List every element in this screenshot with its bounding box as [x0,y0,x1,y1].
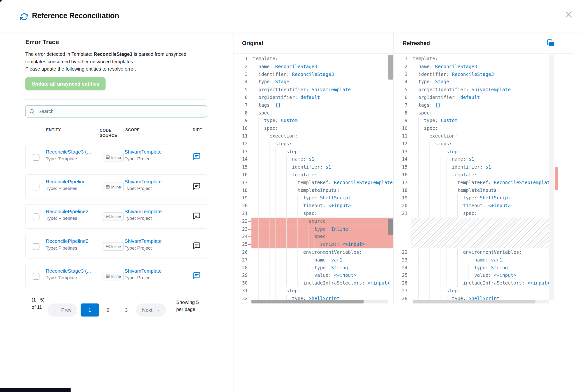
code-source-badge: Inline [103,153,124,161]
entity-link[interactable]: ReconcileStage3 (... [46,268,91,274]
code-line: 23- name: var1 [394,256,558,264]
refreshed-horizontal-scrollbar[interactable] [413,300,536,304]
code-line: 7tags: {} [394,102,558,109]
code-line: 25value: <+input> [394,272,558,280]
search-input[interactable] [37,108,203,114]
row-checkbox[interactable] [33,214,39,220]
code-line: 3identifier: ReconcileStage3 [394,70,558,78]
arrow-right-icon: → [155,307,160,313]
code-line: 8spec: [394,109,558,117]
template-name: ReconcileStage3 [94,52,132,57]
inline-source-icon [105,215,110,219]
code-line: 7tags: {} [234,102,393,109]
scope-type: Type: Project [125,246,162,250]
divider [25,99,206,100]
page-button-3[interactable]: 3 [117,304,135,316]
original-horizontal-scrollbar[interactable] [251,300,364,304]
code-line: 24spec: [234,233,393,241]
entity-link[interactable]: ReconcileStage3 (... [46,149,91,155]
code-line: 13- step: [234,148,393,156]
original-diff-marker [388,218,393,235]
panel-divider [234,32,234,392]
diff-note-icon[interactable] [193,212,201,221]
row-checkbox[interactable] [33,184,39,190]
diff-note-icon[interactable] [193,182,201,191]
next-button[interactable]: Next→ [136,304,166,316]
code-line: 14name: s1 [234,156,393,163]
page-button-1[interactable]: 1 [81,304,99,316]
row-checkbox[interactable] [33,243,39,250]
modal-header: Reference Reconciliation [0,0,583,32]
code-line: 14name: s1 [394,156,558,163]
code-line: 30includeInfraSelectors: <+input> [234,280,393,287]
column-header-scope: SCOPE [125,128,140,132]
search-box [25,105,207,118]
code-line: 27- name: var1 [234,256,393,264]
refreshed-code: 1template:2name: ReconcileStage33identif… [394,55,558,303]
entity-type: Type: Pipelines [46,246,88,250]
code-line: 31- step: [234,287,393,295]
error-trace-heading: Error Trace [25,38,59,46]
entity-link[interactable]: ReconcilePipeline [46,179,86,184]
scope-link[interactable]: ShivamTemplate [125,179,162,184]
code-line: 11execution: [394,132,558,140]
code-line: 22environmentVariables: [394,248,558,256]
diff-note-icon[interactable] [193,272,201,280]
code-line: 25script: <+input> [234,241,393,248]
copy-icon[interactable] [546,38,556,48]
diff-note-icon[interactable] [193,242,201,251]
entity-link[interactable]: ReconcilePipeline5 [46,238,88,244]
entity-type: Type: Template [46,156,91,161]
scope-link[interactable]: ShivamTemplate [125,238,162,244]
code-line: 6orgIdentifier: default [234,94,393,102]
scope-link[interactable]: ShivamTemplate [125,208,162,214]
scope-type: Type: Project [125,275,162,280]
original-code: 1template:2name: ReconcileStage33identif… [234,55,393,303]
code-line: 23type: Inline [234,225,393,233]
code-line: 11execution: [234,132,393,140]
scope-link[interactable]: ShivamTemplate [125,149,162,155]
table-row: ReconcileStage3 (...Type: TemplateInline… [25,144,207,169]
column-header-code-source: CODE SOURCE [100,128,120,138]
diff-note-icon[interactable] [193,152,201,162]
code-line: 16template: [234,171,393,179]
refreshed-scrollbar-track [549,55,554,300]
scope-type: Type: Project [125,156,162,161]
entity-type: Type: Pipelines [46,186,86,191]
page-buttons: 123 [81,304,135,316]
error-trace-description: The error detected in Template: Reconcil… [25,51,193,65]
row-checkbox[interactable] [33,273,39,280]
sync-icon [20,12,28,22]
code-line: 12steps: [234,140,393,148]
code-line: 16template: [394,171,558,179]
update-all-unsynced-button[interactable]: Update all unsynced entities [25,78,106,90]
search-icon [29,108,35,114]
scope-link[interactable]: ShivamTemplate [125,268,162,274]
code-line: 12steps: [394,140,558,148]
code-line: 18templateInputs: [394,186,558,194]
diff-panels-divider [393,32,394,304]
inline-source-icon [105,185,110,189]
code-line: 19type: ShellScript [234,194,393,202]
close-icon[interactable] [564,10,574,20]
page-button-2[interactable]: 2 [99,304,117,316]
code-line: 8spec: [234,109,393,117]
code-line: 27- step: [394,287,558,295]
code-line: 29value: <+input> [234,272,393,280]
code-line: 26includeInfraSelectors: <+input> [394,280,558,287]
original-vertical-scrollbar[interactable] [388,55,393,80]
code-line: 18templateInputs: [234,186,393,194]
prev-button[interactable]: ←Prev [47,304,77,316]
code-line: 26environmentVariables: [234,248,393,256]
code-source-badge: Inline [103,242,124,250]
entity-rows: ReconcileStage3 (...Type: TemplateInline… [25,144,207,293]
reference-reconciliation-modal: Reference Reconciliation Error Trace The… [0,0,583,392]
entity-link[interactable]: ReconcilePipeline2 [46,208,88,214]
entity-type: Type: Pipelines [46,216,88,221]
inline-source-icon [105,244,110,248]
page-title: Reference Reconciliation [32,12,119,20]
row-checkbox[interactable] [33,154,39,161]
code-source-badge: Inline [103,272,124,280]
code-line: 6orgIdentifier: default [394,94,558,102]
inline-source-icon [105,155,110,159]
